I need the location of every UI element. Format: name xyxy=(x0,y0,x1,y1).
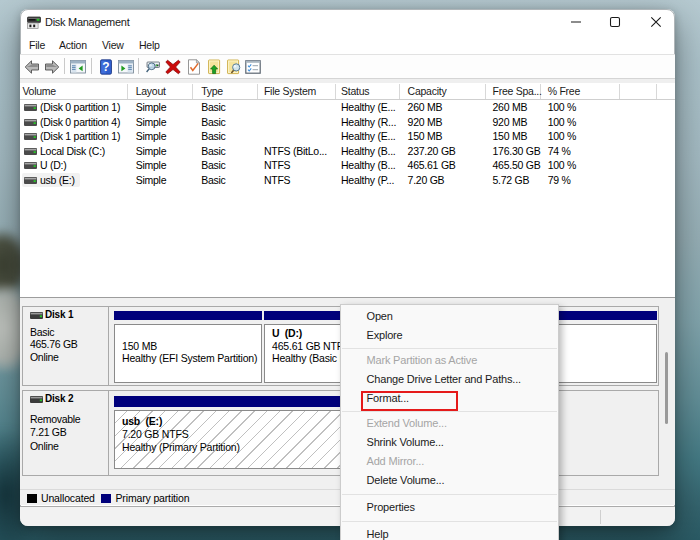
disk-kind: Removable xyxy=(30,413,80,427)
maximize-button[interactable] xyxy=(595,9,635,35)
volume-row[interactable]: U (D:)SimpleBasicNTFSHealthy (B...465.61… xyxy=(20,158,675,173)
properties-list-icon[interactable] xyxy=(245,59,261,75)
partition-status-line: Healthy (Primary Partition) xyxy=(122,441,240,454)
help-icon[interactable]: ? xyxy=(98,59,114,75)
menu-item-extend-volume: Extend Volume... xyxy=(341,414,559,433)
cell-type: Basic xyxy=(201,144,225,159)
volume-disk-icon xyxy=(24,177,37,184)
mark-active-document-icon[interactable] xyxy=(186,59,202,75)
menu-item-change-drive-letter-and-paths[interactable]: Change Drive Letter and Paths... xyxy=(341,370,559,389)
column-separator[interactable] xyxy=(257,84,258,99)
column-separator[interactable] xyxy=(619,84,620,99)
toolbar: ? xyxy=(20,55,675,80)
menu-action[interactable]: Action xyxy=(59,36,87,54)
column-header-file-system[interactable]: File System xyxy=(264,83,316,100)
primary-partition-label: Primary partition xyxy=(116,490,190,506)
column-separator[interactable] xyxy=(127,84,128,99)
volume-disk-icon xyxy=(24,104,37,111)
menu-item-open[interactable]: Open xyxy=(341,307,559,326)
column-header-capacity[interactable]: Capacity xyxy=(408,83,447,100)
column-header-type[interactable]: Type xyxy=(201,83,223,100)
cell-volume: (Disk 1 partition 1) xyxy=(40,129,120,144)
status-bar-separator xyxy=(600,510,601,524)
cell-capacity: 7.20 GB xyxy=(408,173,445,188)
menu-item-shrink-volume[interactable]: Shrink Volume... xyxy=(341,433,559,452)
disk-pane-scrollbar[interactable] xyxy=(665,352,668,424)
show-action-pane-icon[interactable] xyxy=(118,59,134,75)
menu-view[interactable]: View xyxy=(102,36,124,54)
toolbar-separator xyxy=(91,58,92,74)
back-icon[interactable] xyxy=(24,59,40,75)
cell-status: Healthy (E... xyxy=(341,100,396,115)
disk1-details: Basic 465.76 GB Online xyxy=(30,326,78,363)
toolbar-separator xyxy=(64,58,65,74)
cell-capacity: 465.61 GB xyxy=(408,158,456,173)
menu-item-explore[interactable]: Explore xyxy=(341,326,559,345)
disk-state: Online xyxy=(30,351,78,363)
cell-type: Basic xyxy=(201,100,225,115)
primary-partition-color-swatch xyxy=(101,494,111,504)
cell-file-system: NTFS xyxy=(264,173,290,188)
partition-status-line: Healthy (EFI System Partition) xyxy=(122,352,257,365)
disk2-details: Removable 7.21 GB Online xyxy=(30,413,80,455)
column-separator[interactable] xyxy=(656,84,657,99)
column-separator[interactable] xyxy=(399,84,400,99)
cell-pct-free: 100 % xyxy=(548,158,577,173)
partition-efi[interactable]: 150 MB Healthy (EFI System Partition) xyxy=(114,311,262,383)
cell-status: Healthy (R... xyxy=(341,115,396,130)
cell-free-space: 920 MB xyxy=(493,115,528,130)
column-separator[interactable] xyxy=(192,84,193,99)
partition-text: 150 MB Healthy (EFI System Partition) xyxy=(122,327,257,365)
show-console-tree-icon[interactable] xyxy=(70,59,86,75)
menu-help[interactable]: Help xyxy=(139,36,160,54)
folder-explore-icon[interactable] xyxy=(226,59,242,75)
cell-type: Basic xyxy=(201,129,225,144)
refresh-disks-icon[interactable] xyxy=(145,59,161,75)
folder-up-icon[interactable] xyxy=(206,59,222,75)
menu-item-properties[interactable]: Properties xyxy=(341,498,559,517)
cell-pct-free: 100 % xyxy=(548,100,577,115)
column-header-layout[interactable]: Layout xyxy=(136,83,166,100)
partition-size-line: 150 MB xyxy=(122,340,257,353)
delete-volume-icon[interactable] xyxy=(165,59,181,75)
volume-row[interactable]: (Disk 0 partition 1)SimpleBasicHealthy (… xyxy=(20,100,675,115)
window-title: Disk Management xyxy=(45,9,129,35)
disk2-info[interactable]: Disk 2 Removable 7.21 GB Online xyxy=(23,391,109,475)
menu-separator xyxy=(342,348,558,349)
disk-management-app-icon xyxy=(27,16,41,29)
cell-layout: Simple xyxy=(136,100,167,115)
column-header-volume[interactable]: Volume xyxy=(22,83,56,100)
column-header-free[interactable]: % Free xyxy=(548,83,580,100)
volume-row[interactable]: usb (E:)SimpleBasicNTFSHealthy (P...7.20… xyxy=(20,173,675,188)
volume-row[interactable]: Local Disk (C:)SimpleBasicNTFS (BitLo...… xyxy=(20,144,675,159)
disk-size: 7.21 GB xyxy=(30,426,80,440)
maximize-icon xyxy=(610,17,621,28)
cell-pct-free: 79 % xyxy=(548,173,571,188)
cell-free-space: 5.72 GB xyxy=(493,173,530,188)
menu-item-delete-volume[interactable]: Delete Volume... xyxy=(341,471,559,490)
volume-row[interactable]: (Disk 1 partition 1)SimpleBasicHealthy (… xyxy=(20,129,675,144)
partition-label-line xyxy=(122,327,257,340)
column-separator[interactable] xyxy=(335,84,336,99)
cell-status: Healthy (B... xyxy=(341,158,396,173)
volume-list-header: VolumeLayoutTypeFile SystemStatusCapacit… xyxy=(20,83,675,100)
volume-row[interactable]: (Disk 0 partition 4)SimpleBasicHealthy (… xyxy=(20,115,675,130)
column-header-status[interactable]: Status xyxy=(341,83,369,100)
disk-icon xyxy=(30,312,43,319)
menu-file[interactable]: File xyxy=(29,36,45,54)
cell-free-space: 260 MB xyxy=(493,100,528,115)
forward-icon[interactable] xyxy=(44,59,60,75)
minimize-button[interactable] xyxy=(556,9,596,35)
cell-status: Healthy (P... xyxy=(341,173,394,188)
column-header-free-spa[interactable]: Free Spa... xyxy=(493,83,542,100)
menu-item-help[interactable]: Help xyxy=(341,525,559,540)
column-separator[interactable] xyxy=(485,84,486,99)
cell-layout: Simple xyxy=(136,129,167,144)
cell-type: Basic xyxy=(201,115,225,130)
cell-pct-free: 74 % xyxy=(548,144,571,159)
cell-layout: Simple xyxy=(136,158,167,173)
close-button[interactable] xyxy=(636,9,676,35)
menu-separator xyxy=(342,494,558,495)
disk1-info[interactable]: Disk 1 Basic 465.76 GB Online xyxy=(23,307,109,385)
volume-disk-icon xyxy=(24,162,37,169)
